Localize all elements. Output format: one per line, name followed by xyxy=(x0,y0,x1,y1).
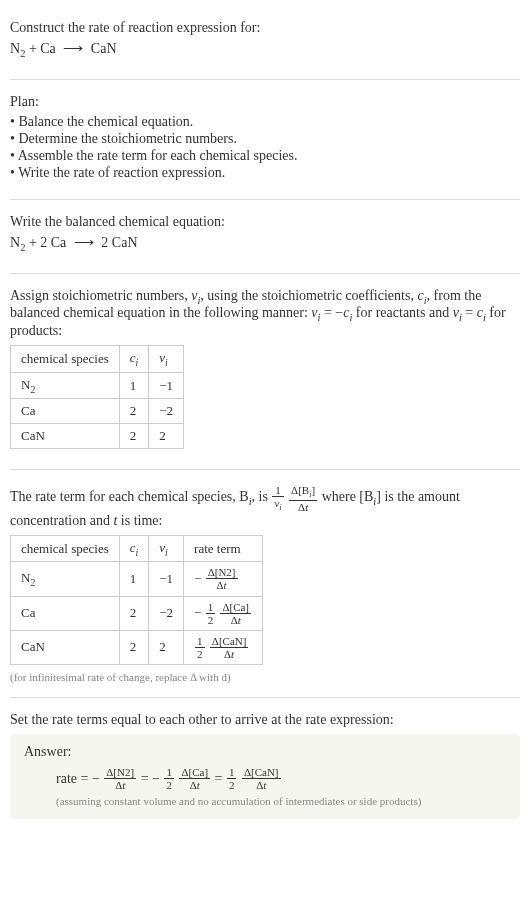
cell-c: 2 xyxy=(119,424,149,449)
plan-item: • Write the rate of reaction expression. xyxy=(10,165,520,181)
intro-plus: + xyxy=(25,41,40,56)
cell-species: N2 xyxy=(11,372,120,399)
neg: − xyxy=(194,571,201,586)
cell-nu: −2 xyxy=(149,596,184,630)
frac-d-dt: Δ[N2] Δt xyxy=(206,566,238,591)
rate-table: chemical species ci νi rate term N2 1 −1… xyxy=(10,535,263,665)
th-nu: νi xyxy=(149,346,184,373)
answer-box: Answer: rate = − Δ[N2] Δt = − 1 2 Δ[Ca] … xyxy=(10,734,520,819)
frac-num: Δ[N2] xyxy=(104,766,136,778)
frac-d-dt: Δ[CaN] Δt xyxy=(242,766,281,791)
intro-rhs: CaN xyxy=(91,41,117,56)
i-sub: i xyxy=(165,357,168,368)
table-row: CaN 2 2 xyxy=(11,424,184,449)
frac-half: 1 2 xyxy=(195,635,205,660)
table-row: Ca 2 −2 xyxy=(11,399,184,424)
t: t xyxy=(263,779,266,791)
t: t xyxy=(122,779,125,791)
cell-species: CaN xyxy=(11,630,120,664)
sp: N xyxy=(21,570,30,585)
frac-den: Δt xyxy=(210,647,249,660)
cell-species: CaN xyxy=(11,424,120,449)
assign-text: Assign stoichiometric numbers, νi, using… xyxy=(10,288,520,340)
rateterm-text: The rate term for each chemical species,… xyxy=(10,484,520,528)
answer-label: Answer: xyxy=(24,744,506,760)
th-species: chemical species xyxy=(11,535,120,562)
frac-num: Δ[N2] xyxy=(206,566,238,578)
divider xyxy=(10,697,520,698)
frac-num: Δ[Ca] xyxy=(179,766,210,778)
assign-section: Assign stoichiometric numbers, νi, using… xyxy=(10,280,520,464)
frac-den: Δt xyxy=(242,778,281,791)
plan-item: • Balance the chemical equation. xyxy=(10,114,520,130)
dB: Δ[B xyxy=(291,484,309,496)
rt-a: The rate term for each chemical species,… xyxy=(10,490,249,505)
rel1-eq: = − xyxy=(320,305,343,320)
table-row: Ca 2 −2 − 1 2 Δ[Ca] Δt xyxy=(11,596,263,630)
frac-num: 1 xyxy=(272,484,283,496)
frac-den: Δt xyxy=(289,500,317,513)
table-header-row: chemical species ci νi xyxy=(11,346,184,373)
cell-nu: −1 xyxy=(149,562,184,596)
cell-species: Ca xyxy=(11,399,120,424)
table-row: N2 1 −1 xyxy=(11,372,184,399)
table-row: CaN 2 2 1 2 Δ[CaN] Δt xyxy=(11,630,263,664)
frac-num: Δ[Bi] xyxy=(289,484,317,499)
eq: = xyxy=(215,770,226,785)
frac-den: 2 xyxy=(227,778,237,791)
sp-sub: 2 xyxy=(30,577,35,588)
frac-den: Δt xyxy=(220,613,251,626)
frac-d-dt: Δ[N2] Δt xyxy=(104,766,136,791)
balanced-section: Write the balanced chemical equation: N2… xyxy=(10,206,520,267)
cell-c: 1 xyxy=(119,372,149,399)
sp: Ca xyxy=(21,403,35,418)
frac-one-over-nu: 1 νi xyxy=(272,484,283,512)
frac-num: Δ[CaN] xyxy=(210,635,249,647)
frac-den: 2 xyxy=(195,647,205,660)
neg: − xyxy=(152,770,160,785)
intro-lhs-b: Ca xyxy=(40,41,56,56)
th-species: chemical species xyxy=(11,346,120,373)
cell-nu: 2 xyxy=(149,630,184,664)
plan-heading: Plan: xyxy=(10,94,520,110)
neg: − xyxy=(92,770,100,785)
rel2-eq: = xyxy=(462,305,477,320)
frac-half: 1 2 xyxy=(206,601,216,626)
frac-num: Δ[Ca] xyxy=(220,601,251,613)
sp: CaN xyxy=(21,639,45,654)
rt-e: is time: xyxy=(117,513,162,528)
frac-den: Δt xyxy=(104,778,136,791)
t: t xyxy=(224,579,227,591)
cell-nu: 2 xyxy=(149,424,184,449)
plan-item: • Assemble the rate term for each chemic… xyxy=(10,148,520,164)
plan-item: • Determine the stoichiometric numbers. xyxy=(10,131,520,147)
intro-heading: Construct the rate of reaction expressio… xyxy=(10,20,520,36)
rate-table-note: (for infinitesimal rate of change, repla… xyxy=(10,671,520,683)
th-rate: rate term xyxy=(184,535,263,562)
frac-num: 1 xyxy=(227,766,237,778)
balanced-equation: N2 + 2 Ca ⟶ 2 CaN xyxy=(10,234,520,253)
plan-section: Plan: • Balance the chemical equation. •… xyxy=(10,86,520,193)
neg: − xyxy=(194,605,201,620)
frac-num: 1 xyxy=(195,635,205,647)
cell-nu: −2 xyxy=(149,399,184,424)
cell-c: 2 xyxy=(119,630,149,664)
frac-den: νi xyxy=(272,496,283,512)
table-row: N2 1 −1 − Δ[N2] Δt xyxy=(11,562,263,596)
arrow-icon: ⟶ xyxy=(63,41,83,56)
bal-rhs: 2 CaN xyxy=(98,235,138,250)
assign-b: , using the stoichiometric coefficients, xyxy=(200,288,417,303)
i-sub: i xyxy=(279,504,281,513)
dB-close: ] xyxy=(311,484,315,496)
answer-note: (assuming constant volume and no accumul… xyxy=(56,795,506,807)
d: Δ xyxy=(231,614,238,626)
rateterm-section: The rate term for each chemical species,… xyxy=(10,476,520,691)
th-c: ci xyxy=(119,346,149,373)
intro-section: Construct the rate of reaction expressio… xyxy=(10,12,520,73)
cell-nu: −1 xyxy=(149,372,184,399)
rt-c: where [B xyxy=(322,490,374,505)
divider xyxy=(10,273,520,274)
t: t xyxy=(238,614,241,626)
sp: N xyxy=(21,377,30,392)
final-section: Set the rate terms equal to each other t… xyxy=(10,704,520,827)
